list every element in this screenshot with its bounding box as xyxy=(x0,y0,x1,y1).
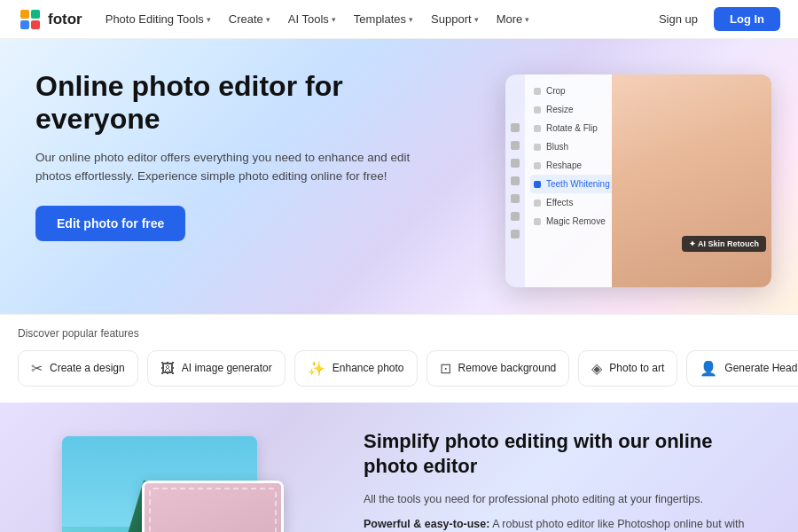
bottom-right-content: Simplify photo editing with our online p… xyxy=(337,403,798,532)
ai-skin-retouch-badge: ✦ AI Skin Retouch xyxy=(682,236,766,252)
svg-rect-4 xyxy=(31,20,40,29)
chevron-down-icon: ▾ xyxy=(207,15,211,24)
sidebar-icon xyxy=(511,230,520,239)
feature-label: Generate Headshots xyxy=(724,362,798,376)
nav-support[interactable]: Support ▾ xyxy=(424,9,486,29)
bottom-desc-2: Powerful & easy-to-use: A robust photo e… xyxy=(364,515,771,532)
sidebar-icon xyxy=(511,123,520,132)
remove-bg-icon: ⊡ xyxy=(440,360,451,377)
scissors-icon: ✂ xyxy=(31,360,43,377)
collage-portrait-overlay xyxy=(142,481,284,532)
nav-more[interactable]: More ▾ xyxy=(489,9,537,29)
features-label: Discover popular features xyxy=(18,327,780,340)
hero-section: Online photo editor for everyone Our onl… xyxy=(0,39,798,314)
collage-dashed-frame xyxy=(149,488,277,532)
feature-label: Create a design xyxy=(50,362,125,376)
chevron-down-icon: ▾ xyxy=(332,15,336,24)
nav-auth: Sign up Log In xyxy=(652,7,780,31)
svg-rect-3 xyxy=(20,20,29,29)
sidebar-icon xyxy=(511,212,520,221)
chevron-down-icon: ▾ xyxy=(409,15,413,24)
feature-ai-image-generator[interactable]: 🖼 AI image generator xyxy=(147,350,286,387)
chevron-down-icon: ▾ xyxy=(474,15,479,24)
image-icon: 🖼 xyxy=(160,361,175,377)
nav-templates[interactable]: Templates ▾ xyxy=(347,9,420,29)
feature-label: AI image generator xyxy=(182,362,272,376)
nav-ai-tools[interactable]: AI Tools ▾ xyxy=(281,9,343,29)
collage-person xyxy=(145,483,281,532)
navbar: fotor Photo Editing Tools ▾ Create ▾ AI … xyxy=(0,0,798,39)
feature-create-design[interactable]: ✂ Create a design xyxy=(18,350,138,387)
sidebar-icon xyxy=(511,194,520,203)
hero-editor-mockup: Crop Resize Rotate & Flip Blush Reshape xyxy=(505,74,771,287)
nav-links: Photo Editing Tools ▾ Create ▾ AI Tools … xyxy=(98,9,652,29)
logo[interactable]: fotor xyxy=(18,7,82,32)
bottom-desc-2-strong: Powerful & easy-to-use: xyxy=(364,518,489,530)
features-strip: Discover popular features ✂ Create a des… xyxy=(0,314,798,403)
logo-text: fotor xyxy=(48,11,82,28)
feature-label: Remove background xyxy=(458,362,557,376)
editor-sidebar xyxy=(505,74,525,287)
chevron-down-icon: ▾ xyxy=(266,15,270,24)
sidebar-icon xyxy=(511,176,520,185)
chevron-down-icon: ▾ xyxy=(525,15,529,24)
login-button[interactable]: Log In xyxy=(714,7,780,31)
bottom-desc-1: All the tools you need for professional … xyxy=(364,490,771,508)
art-icon: ◈ xyxy=(591,360,602,377)
bottom-title: Simplify photo editing with our online p… xyxy=(364,429,771,478)
edit-photo-cta-button[interactable]: Edit photo for free xyxy=(35,206,185,241)
feature-enhance-photo[interactable]: ✨ Enhance photo xyxy=(294,350,418,387)
nav-photo-editing-tools[interactable]: Photo Editing Tools ▾ xyxy=(98,9,218,29)
feature-label: Photo to art xyxy=(609,362,664,376)
hero-face-image xyxy=(612,74,771,287)
features-cards: ✂ Create a design 🖼 AI image generator ✨… xyxy=(18,350,780,387)
sidebar-icon xyxy=(511,141,520,150)
svg-rect-2 xyxy=(31,10,40,19)
hero-description: Our online photo editor offers everythin… xyxy=(35,148,426,186)
sparkle-icon: ✨ xyxy=(308,360,325,377)
feature-generate-headshots[interactable]: 👤 Generate Headshots xyxy=(686,350,798,387)
bottom-section: Simplify photo editing with our online p… xyxy=(0,403,798,532)
hero-title: Online photo editor for everyone xyxy=(35,70,426,136)
signup-button[interactable]: Sign up xyxy=(652,9,705,29)
person-icon: 👤 xyxy=(700,360,717,377)
svg-rect-1 xyxy=(20,10,29,19)
bottom-photo-collage xyxy=(0,403,337,532)
photo-collage xyxy=(53,427,284,532)
hero-content: Online photo editor for everyone Our onl… xyxy=(35,70,426,241)
sidebar-icon xyxy=(511,159,520,168)
feature-label: Enhance photo xyxy=(332,362,404,376)
feature-photo-to-art[interactable]: ◈ Photo to art xyxy=(578,350,677,387)
feature-remove-background[interactable]: ⊡ Remove background xyxy=(426,350,570,387)
nav-create[interactable]: Create ▾ xyxy=(222,9,278,29)
